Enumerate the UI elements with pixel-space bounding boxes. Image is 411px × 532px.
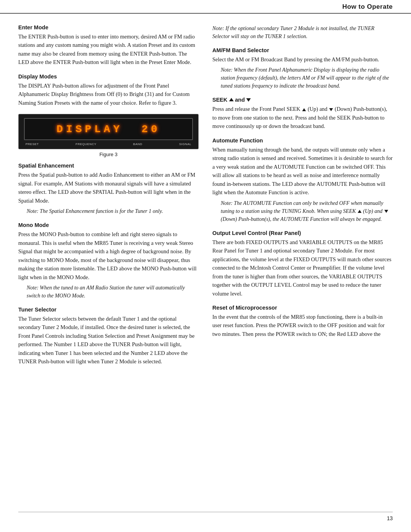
section-mono-mode: Mono Mode Press the MONO Push-button to … bbox=[18, 222, 199, 300]
spatial-title: Spatial Enhancement bbox=[18, 163, 199, 169]
tuner-selector-body: The Tuner Selector selects between the d… bbox=[18, 315, 199, 366]
footer-bar: 13 bbox=[18, 512, 393, 521]
seek-and-label: and bbox=[235, 97, 245, 103]
display-label-preset: PRESET bbox=[25, 142, 39, 146]
seek-body: Press and release the Front Panel SEEK (… bbox=[212, 105, 393, 130]
seek-triangle-up-heading bbox=[229, 97, 234, 103]
display-label-signal: SIGNAL bbox=[179, 142, 191, 146]
tuner-selector-title: Tuner Selector bbox=[18, 307, 199, 313]
seek-inline-up-icon bbox=[302, 108, 306, 111]
mono-mode-title: Mono Mode bbox=[18, 222, 199, 228]
section-tuner-note: Note: If the optional secondary Tuner 2 … bbox=[212, 24, 393, 40]
page-container: How to Operate Enter Mode The ENTER Push… bbox=[0, 0, 411, 532]
seek-up-icon bbox=[229, 98, 234, 101]
automute-inline-up-icon bbox=[358, 210, 362, 213]
display-screen: DISPLAY 20 bbox=[24, 118, 193, 140]
reset-title: Reset of Microprocessor bbox=[212, 305, 393, 311]
automute-note: Note: The AUTOMUTE Function can only be … bbox=[212, 199, 393, 223]
output-level-title: Output Level Control (Rear Panel) bbox=[212, 230, 393, 236]
spatial-note: Note: The Spatial Enhancement function i… bbox=[18, 207, 199, 215]
section-spatial: Spatial Enhancement Press the Spatial pu… bbox=[18, 163, 199, 215]
mono-note: Note: When the tuned to an AM Radio Stat… bbox=[18, 284, 199, 300]
seek-triangle-down-heading bbox=[246, 97, 251, 103]
enter-mode-title: Enter Mode bbox=[18, 24, 199, 30]
seek-label: SEEK bbox=[212, 97, 228, 103]
section-tuner-selector: Tuner Selector The Tuner Selector select… bbox=[18, 307, 199, 366]
amfm-title: AM/FM Band Selector bbox=[212, 47, 393, 53]
section-output-level: Output Level Control (Rear Panel) There … bbox=[212, 230, 393, 298]
seek-down-icon bbox=[246, 98, 251, 102]
display-label-frequency: FREQUENCY bbox=[76, 142, 97, 146]
section-seek: SEEK and Press and release the Front Pan… bbox=[212, 97, 393, 130]
display-modes-title: Display Modes bbox=[18, 73, 199, 80]
tuner-note-text: Note: If the optional secondary Tuner 2 … bbox=[212, 24, 393, 40]
right-column: Note: If the optional secondary Tuner 2 … bbox=[212, 24, 393, 373]
section-enter-mode: Enter Mode The ENTER Push-button is used… bbox=[18, 24, 199, 67]
output-level-body: There are both FIXED OUTPUTS and VARIABL… bbox=[212, 238, 393, 298]
content-columns: Enter Mode The ENTER Push-button is used… bbox=[0, 24, 411, 373]
header-bar: How to Operate bbox=[0, 0, 411, 14]
figure-caption: Figure 3 bbox=[18, 152, 199, 157]
section-reset: Reset of Microprocessor In the event tha… bbox=[212, 305, 393, 338]
automute-body: When manually tuning through the band, t… bbox=[212, 145, 393, 197]
spatial-body: Press the Spatial push-button to add Aud… bbox=[18, 171, 199, 205]
automute-inline-down-icon bbox=[384, 210, 388, 213]
display-labels: PRESET FREQUENCY BAND SIGNAL bbox=[24, 142, 193, 146]
section-automute: Automute Function When manually tuning t… bbox=[212, 137, 393, 223]
enter-mode-body: The ENTER Push-button is used to enter i… bbox=[18, 32, 199, 67]
left-column: Enter Mode The ENTER Push-button is used… bbox=[18, 24, 199, 373]
display-modes-body: The DISPLAY Push-button allows for adjus… bbox=[18, 81, 199, 107]
reset-body: In the event that the controls of the MR… bbox=[212, 313, 393, 338]
page-number: 13 bbox=[387, 515, 393, 521]
display-label-band: BAND bbox=[133, 142, 142, 146]
amfm-note: Note: When the Front Panel Alphanumeric … bbox=[212, 66, 393, 90]
page-title: How to Operate bbox=[342, 3, 393, 11]
amfm-body: Select the AM or FM Broadcast Band by pr… bbox=[212, 55, 393, 64]
section-amfm: AM/FM Band Selector Select the AM or FM … bbox=[212, 47, 393, 90]
mono-mode-body: Press the MONO Push-button to combine le… bbox=[18, 230, 199, 281]
automute-title: Automute Function bbox=[212, 137, 393, 144]
seek-inline-down-icon bbox=[329, 108, 333, 111]
display-text: DISPLAY 20 bbox=[57, 123, 161, 135]
seek-title: SEEK and bbox=[212, 97, 393, 103]
display-image-container: DISPLAY 20 PRESET FREQUENCY BAND SIGNAL bbox=[18, 114, 199, 149]
section-display-modes: Display Modes The DISPLAY Push-button al… bbox=[18, 73, 199, 107]
